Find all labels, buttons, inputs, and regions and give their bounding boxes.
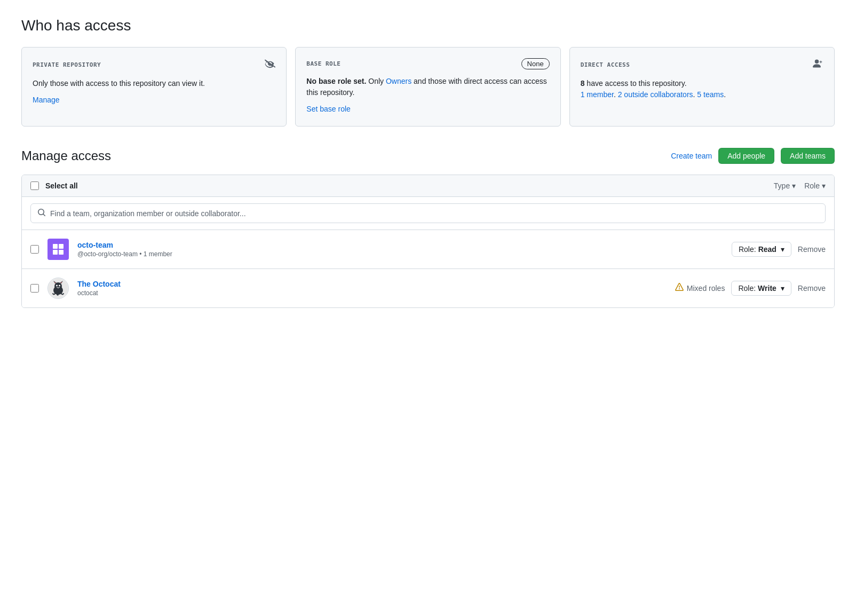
select-all-left: Select all <box>30 181 78 190</box>
set-base-role-link[interactable]: Set base role <box>306 105 351 113</box>
octocat-sub: octocat <box>77 289 667 297</box>
private-repo-label: PRIVATE REPOSITORY <box>33 61 101 68</box>
octo-team-name-link[interactable]: octo-team <box>77 241 113 249</box>
manage-link[interactable]: Manage <box>33 96 60 104</box>
role-filter-label: Role <box>804 181 820 190</box>
svg-rect-2 <box>53 250 58 255</box>
octo-team-role-value: Read <box>758 245 776 254</box>
card-header-base-role: BASE ROLE None <box>306 58 549 69</box>
mixed-roles-indicator: Mixed roles <box>675 283 725 294</box>
svg-rect-1 <box>59 244 64 249</box>
teams-link[interactable]: 5 teams <box>697 90 724 99</box>
private-repo-card: PRIVATE REPOSITORY Only those with acces… <box>21 47 287 127</box>
type-filter-label: Type <box>774 181 790 190</box>
card-header-direct-access: DIRECT ACCESS <box>581 58 823 72</box>
svg-point-7 <box>56 285 58 287</box>
add-people-button[interactable]: Add people <box>718 148 774 164</box>
octo-team-checkbox[interactable] <box>30 245 39 254</box>
owners-link[interactable]: Owners <box>386 77 411 85</box>
octo-team-avatar <box>47 239 69 260</box>
octocat-actions: Mixed roles Role: Write ▾ Remove <box>675 281 826 296</box>
add-teams-button[interactable]: Add teams <box>781 148 835 164</box>
person-add-icon <box>813 58 823 72</box>
octocat-checkbox[interactable] <box>30 284 39 293</box>
search-row <box>22 197 834 230</box>
octo-team-actions: Role: Read ▾ Remove <box>732 242 826 257</box>
page-title: Who has access <box>21 17 835 34</box>
manage-actions: Create team Add people Add teams <box>671 148 835 164</box>
warning-icon <box>675 283 684 294</box>
search-input[interactable] <box>50 209 819 218</box>
mixed-roles-label: Mixed roles <box>687 284 725 293</box>
octocat-role-value: Write <box>758 284 776 293</box>
outside-collaborators-link[interactable]: 2 outside collaborators <box>618 90 693 99</box>
search-icon <box>37 208 46 218</box>
octocat-remove-button[interactable]: Remove <box>798 284 826 293</box>
info-cards: PRIVATE REPOSITORY Only those with acces… <box>21 47 835 127</box>
manage-access-title: Manage access <box>21 148 111 163</box>
octo-team-role-dropdown[interactable]: Role: Read ▾ <box>732 242 791 257</box>
base-role-body: No base role set. Only Owners and those … <box>306 76 549 98</box>
select-all-right: Type ▾ Role ▾ <box>774 181 826 190</box>
octo-team-sub: @octo-org/octo-team • 1 member <box>77 250 723 258</box>
eye-slash-icon <box>265 58 275 72</box>
table-row: octo-team @octo-org/octo-team • 1 member… <box>22 230 834 269</box>
search-input-wrapper <box>30 203 826 223</box>
card-header-private: PRIVATE REPOSITORY <box>33 58 275 72</box>
base-role-label: BASE ROLE <box>306 60 340 67</box>
direct-access-body: 8 have access to this repository. 1 memb… <box>581 78 823 100</box>
type-filter-chevron-icon: ▾ <box>792 181 796 190</box>
create-team-link[interactable]: Create team <box>671 152 712 160</box>
select-all-row: Select all Type ▾ Role ▾ <box>22 175 834 197</box>
svg-point-8 <box>59 285 60 287</box>
octocat-role-dropdown[interactable]: Role: Write ▾ <box>731 281 791 296</box>
type-filter-button[interactable]: Type ▾ <box>774 181 796 190</box>
access-table: Select all Type ▾ Role ▾ <box>21 175 835 308</box>
octocat-info: The Octocat octocat <box>77 280 667 297</box>
svg-rect-3 <box>59 250 64 255</box>
octocat-name-link[interactable]: The Octocat <box>77 280 121 288</box>
svg-rect-0 <box>53 244 58 249</box>
none-badge: None <box>521 58 550 69</box>
private-repo-body: Only those with access to this repositor… <box>33 78 275 89</box>
base-role-card: BASE ROLE None No base role set. Only Ow… <box>295 47 560 127</box>
role-filter-button[interactable]: Role ▾ <box>804 181 826 190</box>
octocat-avatar <box>47 278 69 299</box>
svg-point-6 <box>54 282 62 290</box>
role-filter-chevron-icon: ▾ <box>822 181 826 190</box>
octocat-role-chevron-icon: ▾ <box>781 284 784 293</box>
select-all-checkbox[interactable] <box>30 181 39 190</box>
member-count-link[interactable]: 1 member <box>581 90 614 99</box>
manage-access-header: Manage access Create team Add people Add… <box>21 148 835 164</box>
octo-team-info: octo-team @octo-org/octo-team • 1 member <box>77 241 723 258</box>
select-all-label: Select all <box>45 181 78 190</box>
direct-access-label: DIRECT ACCESS <box>581 61 630 68</box>
octo-team-remove-button[interactable]: Remove <box>798 245 826 254</box>
table-row: The Octocat octocat Mixed roles Role: Wr… <box>22 269 834 307</box>
direct-access-card: DIRECT ACCESS 8 have access to this repo… <box>569 47 835 127</box>
role-dropdown-chevron-icon: ▾ <box>781 245 784 254</box>
